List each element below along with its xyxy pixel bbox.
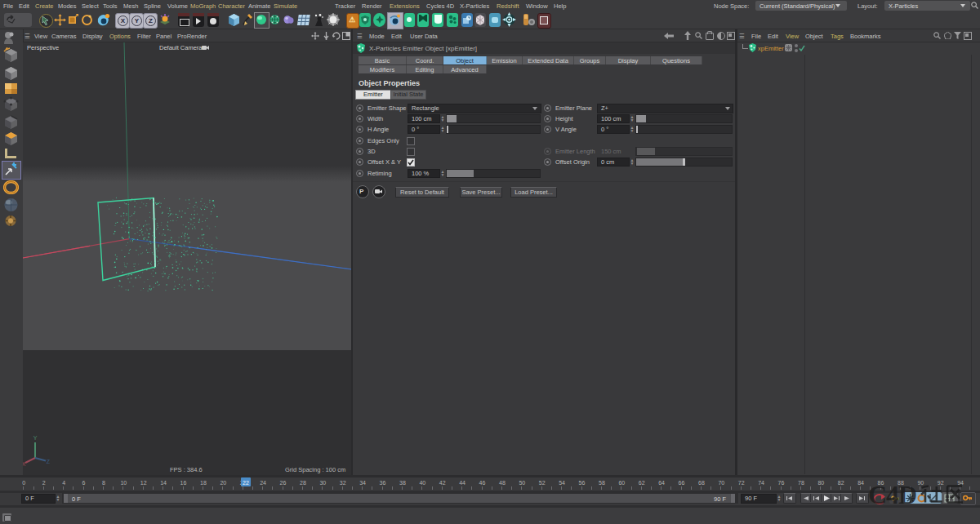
svg-text:Z: Z: [47, 459, 51, 464]
svg-text:Y: Y: [33, 435, 38, 441]
svg-text:X: X: [23, 461, 26, 467]
